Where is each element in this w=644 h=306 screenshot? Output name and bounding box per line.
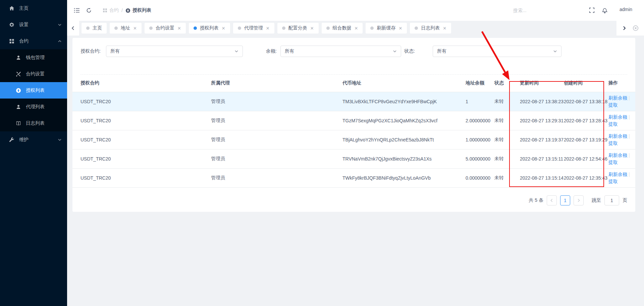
cell-status: 未转 <box>494 92 520 111</box>
sidebar-item-authorization-list[interactable]: 授权列表 <box>0 82 67 99</box>
grid-icon <box>9 39 14 44</box>
cell-address: TM3LivBXkLTFCP8vGeu2YdYxe9HFBwCpjK <box>342 92 466 111</box>
sidebar-item-label: 代理列表 <box>26 104 45 110</box>
withdraw-link[interactable]: 提取 <box>608 179 618 184</box>
cell-agent: 管理员 <box>211 168 342 187</box>
cell-created: 2022-08-27 13:38:18 <box>564 92 608 111</box>
column-header: 操作 <box>608 75 635 92</box>
collapse-menu-icon[interactable] <box>74 7 80 13</box>
close-all-tabs-icon[interactable] <box>633 25 639 31</box>
home-icon <box>9 6 14 11</box>
sidebar-item-maintenance[interactable]: 维护 <box>0 131 67 148</box>
refresh-balance-link[interactable]: 刷新余额 <box>608 172 627 177</box>
cell-contract: USDT_TRC20 <box>72 130 211 149</box>
tab-dot <box>282 26 285 30</box>
chevron-down-icon <box>58 23 62 27</box>
sidebar-item-agent-list[interactable]: 代理列表 <box>0 99 67 115</box>
bell-icon[interactable] <box>601 7 608 14</box>
search-input[interactable] <box>513 5 574 15</box>
cell-created: 2022-08-27 13:28:43 <box>564 111 608 130</box>
tab-label: 日志列表 <box>421 25 440 31</box>
tab-contract-settings[interactable]: 合约设置 ✕ <box>145 23 186 34</box>
tab-config-category[interactable]: 配置分类 ✕ <box>277 23 319 34</box>
gear-icon <box>9 22 14 27</box>
close-icon[interactable]: ✕ <box>398 26 402 30</box>
refresh-icon[interactable] <box>86 7 92 13</box>
filter-balance-select[interactable]: 所有 <box>280 46 401 57</box>
circle-arrow-icon <box>125 8 130 13</box>
refresh-balance-link[interactable]: 刷新余额 <box>608 95 627 101</box>
tab-dot <box>194 26 197 30</box>
cell-address: TWkFy8krBJQF3BNiFdtyqZjvLtyLoAnGVb <box>342 168 466 187</box>
breadcrumb-section[interactable]: 合约 <box>103 7 119 13</box>
sidebar-item-wallet-management[interactable]: 钱包管理 <box>0 49 67 66</box>
cell-status: 未转 <box>494 130 520 149</box>
withdraw-link[interactable]: 提取 <box>608 121 618 127</box>
close-icon[interactable]: ✕ <box>310 26 314 30</box>
table-row[interactable]: USDT_TRC20 管理员 TGzM7SexgMqPGzXC1JioQaMhK… <box>72 111 635 130</box>
tabs-scroll-right-button[interactable] <box>622 26 627 30</box>
close-icon[interactable]: ✕ <box>443 26 446 30</box>
tab-combined-data[interactable]: 组合数据 ✕ <box>322 23 363 34</box>
cell-agent: 管理员 <box>211 130 342 149</box>
authorization-list-panel: 授权合约: 所有 余额: 所有 状态: 所有 授权合约 所属代理 代币地址 地址… <box>72 38 635 212</box>
tabs-scroll-left-button[interactable] <box>67 21 79 36</box>
cell-created: 2022-08-27 12:35:43 <box>564 168 608 187</box>
fullscreen-icon[interactable] <box>589 7 595 13</box>
tab-authorization-list[interactable]: 授权列表 ✕ <box>189 23 230 34</box>
table-row[interactable]: USDT_TRC20 管理员 TM3LivBXkLTFCP8vGeu2YdYxe… <box>72 92 635 111</box>
person-icon <box>16 104 21 110</box>
tab-label: 授权列表 <box>200 25 219 31</box>
withdraw-link[interactable]: 提取 <box>608 140 618 146</box>
username[interactable]: admin <box>620 7 632 12</box>
sidebar-item-contract-settings[interactable]: 合约设置 <box>0 66 67 82</box>
table-row[interactable]: USDT_TRC20 管理员 TRVNaVmB2nk7QjJgvxBiectsv… <box>72 149 635 168</box>
sidebar-item-settings[interactable]: 设置 <box>0 16 67 33</box>
tab-dot <box>370 26 374 30</box>
refresh-balance-link[interactable]: 刷新余额 <box>608 114 627 120</box>
select-value: 所有 <box>437 48 446 54</box>
sidebar-item-contract[interactable]: 合约 <box>0 33 67 49</box>
sidebar-item-log-list[interactable]: 日志列表 <box>0 115 67 131</box>
tools-icon <box>16 71 21 77</box>
table-header-row: 授权合约 所属代理 代币地址 地址余额 状态 更新时间 创建时间 操作 <box>72 75 635 92</box>
sidebar-item-label: 设置 <box>19 22 29 28</box>
pagination-next-button[interactable] <box>574 195 584 205</box>
close-icon[interactable]: ✕ <box>266 26 270 30</box>
table-row[interactable]: USDT_TRC20 管理员 TBjALghvoY2hYnQRLp2ChneE5… <box>72 130 635 149</box>
filter-status-select[interactable]: 所有 <box>433 46 561 57</box>
tab-refresh-cache[interactable]: 刷新缓存 ✕ <box>366 23 407 34</box>
column-header: 状态 <box>494 75 520 92</box>
cell-address: TBjALghvoY2hYnQRLp2ChneE5azbJ8NkTt <box>342 130 466 149</box>
cell-contract: USDT_TRC20 <box>72 111 211 130</box>
tab-dot <box>415 26 418 30</box>
column-header: 创建时间 <box>564 75 608 92</box>
withdraw-link[interactable]: 提取 <box>608 160 618 165</box>
breadcrumb: 合约 / 授权列表 <box>103 7 151 13</box>
filter-contract-select[interactable]: 所有 <box>106 46 243 57</box>
cell-balance: 1.00000000 <box>466 130 494 149</box>
tab-home[interactable]: 主页 <box>82 23 107 34</box>
chevron-down-icon <box>234 49 238 53</box>
sidebar-item-home[interactable]: 主页 <box>0 0 67 16</box>
top-header: 合约 / 授权列表 admin <box>67 0 644 21</box>
table-row[interactable]: USDT_TRC20 管理员 TWkFy8krBJQF3BNiFdtyqZjvL… <box>72 168 635 187</box>
close-icon[interactable]: ✕ <box>222 26 225 30</box>
cell-updated: 2022-08-27 13:15:14 <box>520 168 564 187</box>
withdraw-link[interactable]: 提取 <box>608 102 618 108</box>
tab-address[interactable]: 地址 ✕ <box>110 23 142 34</box>
refresh-balance-link[interactable]: 刷新余额 <box>608 133 627 139</box>
tab-log-list[interactable]: 日志列表 ✕ <box>410 23 451 34</box>
close-icon[interactable]: ✕ <box>355 26 358 30</box>
pagination-jump-input[interactable] <box>604 195 619 205</box>
breadcrumb-separator: / <box>121 8 123 13</box>
close-icon[interactable]: ✕ <box>177 26 181 30</box>
pagination-prev-button[interactable] <box>547 195 557 205</box>
cell-updated: 2022-08-27 13:19:37 <box>520 130 564 149</box>
tab-agent-management[interactable]: 代理管理 ✕ <box>233 23 274 34</box>
refresh-balance-link[interactable]: 刷新余额 <box>608 152 627 158</box>
close-icon[interactable]: ✕ <box>133 26 137 30</box>
pagination-page-1-button[interactable]: 1 <box>560 195 570 205</box>
pagination-page-unit: 页 <box>623 197 627 203</box>
cell-updated: 2022-08-27 13:29:31 <box>520 111 564 130</box>
